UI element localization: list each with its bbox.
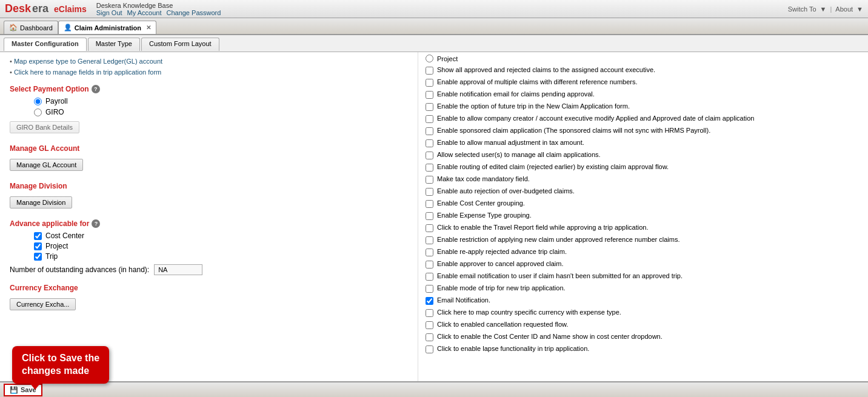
advance-project-item: Project: [34, 242, 408, 250]
payment-radio-group: Payroll GIRO: [34, 97, 408, 116]
right-checkbox-show-approved[interactable]: [426, 67, 433, 75]
right-checkbox-item: Click to enable lapse functionality in t…: [426, 344, 861, 353]
right-checkbox-enable-future-trip[interactable]: [426, 103, 433, 111]
right-checkbox-enable-cost-center-grouping[interactable]: [426, 200, 433, 208]
right-checkbox-enable-routing[interactable]: [426, 164, 433, 172]
sub-tab-master-config[interactable]: Master Configuration: [4, 38, 87, 51]
right-checkbox-click-cost-center-id[interactable]: [426, 333, 433, 341]
right-checkbox-item: Click to enable the Travel Report field …: [426, 223, 861, 232]
right-checkbox-label-enable-restriction: Enable restriction of applying new claim…: [437, 235, 680, 244]
sign-out-link[interactable]: Sign Out: [96, 9, 122, 16]
right-checkbox-enable-auto-rejection[interactable]: [426, 188, 433, 196]
right-checkbox-label-enable-auto-rejection: Enable auto rejection of over-budgeted c…: [437, 187, 575, 195]
tab-claim-administration[interactable]: 👤 Claim Administration ✕: [58, 21, 156, 34]
tab-dashboard[interactable]: 🏠 Dashboard: [4, 21, 58, 34]
bottom-bar: Click to Save thechanges made 💾 Save: [0, 381, 868, 397]
advance-cost-center-checkbox[interactable]: [34, 232, 42, 240]
right-checkbox-label-enable-approval-multiple: Enable approval of multiple claims with …: [437, 78, 638, 86]
right-checkbox-enable-sponsored[interactable]: [426, 127, 433, 135]
right-checkbox-item: Enable auto rejection of over-budgeted c…: [426, 187, 861, 196]
right-checkbox-label-enable-sponsored: Enable sponsored claim application (The …: [437, 126, 710, 135]
sub-tab-master-type[interactable]: Master Type: [88, 38, 140, 51]
gl-account-section: Manage GL Account Manage GL Account: [10, 144, 408, 173]
right-checkbox-enable-mode-trip[interactable]: [426, 285, 433, 293]
right-checkbox-enable-restriction[interactable]: [426, 236, 433, 244]
right-checkbox-label-enable-cost-center-grouping: Enable Cost Center grouping.: [437, 199, 525, 207]
logo-desk: Desk: [5, 2, 31, 15]
advance-project-checkbox[interactable]: [34, 242, 42, 250]
right-checkbox-item: Show all approved and rejected claims to…: [426, 65, 861, 75]
right-checkbox-label-click-map-currency: Click here to map country specific curre…: [437, 308, 621, 316]
payment-section: Select Payment Option ? Payroll GIRO GIR…: [10, 85, 408, 136]
right-checkbox-click-travel-report[interactable]: [426, 224, 433, 232]
giro-radio[interactable]: [34, 108, 42, 116]
manage-fields-link[interactable]: Click here to manage fields in trip appl…: [10, 68, 161, 76]
right-checkbox-enable-approver-cancel[interactable]: [426, 261, 433, 269]
advance-trip-checkbox[interactable]: [34, 253, 42, 261]
right-checkbox-click-cancellation[interactable]: [426, 321, 433, 329]
right-checkbox-label-enable-approver-cancel: Enable approver to cancel approved claim…: [437, 259, 564, 268]
top-bar: Deskera eClaims Deskera Knowledge Base S…: [0, 0, 868, 18]
advance-project-label: Project: [45, 242, 68, 250]
map-expense-link-item: Map expense type to General Ledger(GL) a…: [10, 57, 408, 65]
right-checkbox-item: Enable Cost Center grouping.: [426, 199, 861, 208]
tab-claim-admin-close[interactable]: ✕: [146, 24, 151, 31]
right-checkbox-item: Enable re-apply rejected advance trip cl…: [426, 247, 861, 256]
map-expense-link[interactable]: Map expense type to General Ledger(GL) a…: [10, 58, 162, 65]
advance-help-icon[interactable]: ?: [92, 219, 100, 228]
top-separator-1: ▼: [820, 5, 827, 13]
top-bar-left: Deskera eClaims Deskera Knowledge Base S…: [5, 2, 221, 16]
right-checkbox-enable-approval-multiple[interactable]: [426, 79, 433, 87]
currency-exchange-button[interactable]: Currency Excha...: [10, 298, 76, 310]
right-checkbox-click-lapse[interactable]: [426, 345, 433, 353]
right-checkbox-enable-company-creator[interactable]: [426, 115, 433, 123]
manage-gl-account-button[interactable]: Manage GL Account: [10, 159, 83, 171]
right-checkbox-item: Enable mode of trip for new trip applica…: [426, 284, 861, 293]
switch-to-link[interactable]: Switch To: [788, 5, 816, 13]
right-checkbox-click-map-currency[interactable]: [426, 309, 433, 317]
right-checkbox-label-enable-company-creator: Enable to allow company creator / accoun…: [437, 114, 754, 122]
giro-bank-details-button[interactable]: GIRO Bank Details: [10, 121, 79, 133]
sub-tab-custom-form[interactable]: Custom Form Layout: [141, 38, 219, 51]
change-password-link[interactable]: Change Password: [166, 9, 221, 16]
kb-section: Deskera Knowledge Base Sign Out My Accou…: [96, 2, 221, 16]
claim-admin-icon: 👤: [64, 24, 72, 32]
right-checkbox-item: Click to enable the Cost Center ID and N…: [426, 332, 861, 341]
right-checkbox-enable-notification-email[interactable]: [426, 91, 433, 99]
manage-division-button[interactable]: Manage Division: [10, 196, 72, 209]
right-checkbox-email-notification[interactable]: [426, 297, 433, 305]
outstanding-advances-input[interactable]: [154, 264, 202, 275]
advance-section-title: Advance applicable for ?: [10, 219, 408, 228]
right-checkbox-label-click-lapse: Click to enable lapse functionality in t…: [437, 344, 589, 353]
right-checkbox-enable-reapply[interactable]: [426, 249, 433, 256]
right-checkbox-enable-expense-grouping[interactable]: [426, 212, 433, 220]
right-checkbox-make-tax-mandatory[interactable]: [426, 176, 433, 184]
about-link[interactable]: About: [835, 5, 853, 13]
advance-cost-center-label: Cost Center: [45, 232, 84, 240]
right-checkbox-item: Click to enabled cancellation requested …: [426, 320, 861, 329]
payroll-radio[interactable]: [34, 98, 42, 105]
project-radio[interactable]: [426, 55, 433, 62]
advance-trip-item: Trip: [34, 252, 408, 261]
right-checkbox-item: Enable the option of future trip in the …: [426, 102, 861, 111]
my-account-link[interactable]: My Account: [127, 9, 162, 16]
manage-fields-link-item: Click here to manage fields in trip appl…: [10, 68, 408, 76]
right-checkbox-allow-selected-users[interactable]: [426, 152, 433, 159]
payroll-radio-item: Payroll: [34, 97, 408, 105]
right-checkbox-item: Enable notification email for claims pen…: [426, 90, 861, 99]
payment-help-icon[interactable]: ?: [92, 85, 100, 93]
right-checkbox-item: Enable approver to cancel approved claim…: [426, 259, 861, 269]
currency-section-title: Currency Exchange: [10, 284, 408, 292]
right-checkbox-label-enable-routing: Enable routing of edited claim (rejected…: [437, 162, 669, 171]
top-separator-pipe: |: [830, 5, 832, 13]
right-checkbox-label-enable-notification-email: Enable notification email for claims pen…: [437, 90, 595, 98]
top-separator-2: ▼: [856, 5, 863, 13]
tab-claim-admin-label: Claim Administration: [75, 24, 141, 32]
right-checkbox-enable-manual-tax[interactable]: [426, 139, 433, 147]
kb-links[interactable]: Sign Out My Account Change Password: [96, 9, 221, 16]
logo-eclaims: eClaims: [54, 4, 87, 14]
payment-section-title: Select Payment Option ?: [10, 85, 408, 93]
right-checkbox-enable-email-notification[interactable]: [426, 273, 433, 281]
right-checkbox-label-enable-future-trip: Enable the option of future trip in the …: [437, 102, 630, 110]
sub-tab-bar: Master Configuration Master Type Custom …: [0, 35, 868, 52]
